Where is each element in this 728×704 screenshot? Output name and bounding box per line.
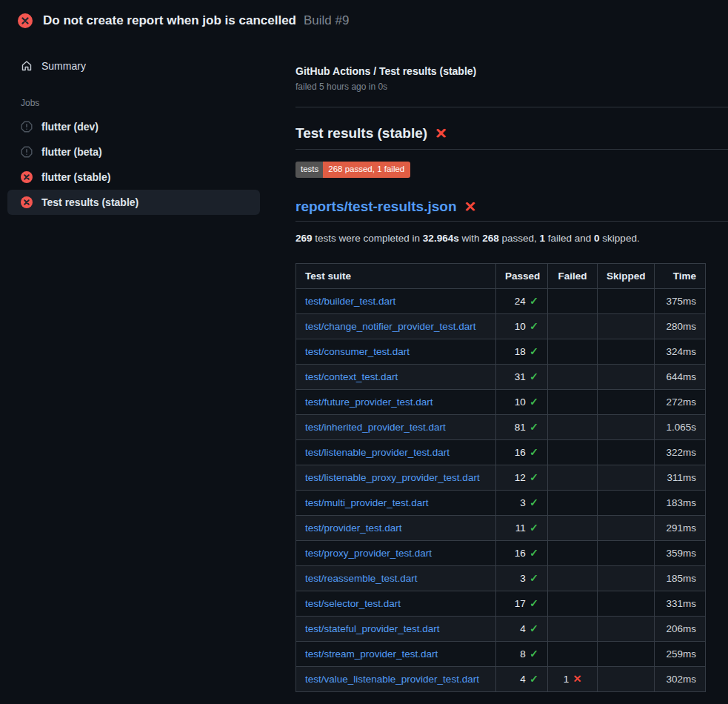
cell-passed: 31✓ (496, 364, 548, 389)
cell-skipped (598, 540, 655, 565)
cell-passed: 24✓ (496, 288, 548, 313)
cell-failed (548, 439, 598, 465)
cell-failed (548, 641, 598, 666)
table-row: test/listenable_proxy_provider_test.dart… (296, 465, 706, 490)
cell-skipped (598, 515, 655, 540)
test-suite-link[interactable]: test/stream_provider_test.dart (305, 648, 438, 660)
test-suite-link[interactable]: test/provider_test.dart (305, 522, 402, 534)
test-suite-link[interactable]: test/inherited_provider_test.dart (305, 422, 446, 433)
cell-test-suite: test/reassemble_test.dart (296, 565, 496, 591)
table-row: test/provider_test.dart11✓291ms (296, 515, 706, 540)
table-row: test/future_provider_test.dart10✓272ms (296, 389, 706, 414)
cell-time: 375ms (655, 288, 706, 313)
count-value: 12 (515, 472, 526, 483)
cell-failed (548, 465, 598, 490)
column-header-failed: Failed (548, 263, 598, 288)
cell-passed: 12✓ (496, 465, 548, 490)
cell-failed (548, 515, 598, 540)
check-icon: ✓ (530, 547, 538, 559)
job-label: flutter (beta) (41, 146, 102, 158)
test-suite-link[interactable]: test/listenable_proxy_provider_test.dart (305, 472, 480, 483)
cell-failed (548, 616, 598, 641)
test-suite-link[interactable]: test/future_provider_test.dart (305, 396, 433, 408)
cell-time: 1.065s (655, 414, 706, 439)
tests-badge: tests 268 passed, 1 failed (295, 162, 410, 178)
sidebar-job-item-2[interactable]: flutter (stable) (7, 165, 260, 190)
cell-passed: 16✓ (496, 540, 548, 565)
cell-time: 359ms (655, 540, 706, 565)
test-suite-link[interactable]: test/listenable_provider_test.dart (305, 447, 450, 458)
sidebar-job-item-3[interactable]: Test results (stable) (7, 190, 260, 215)
report-failed-x-icon: ✕ (464, 199, 477, 214)
test-suite-link[interactable]: test/context_test.dart (305, 371, 398, 382)
cell-failed (548, 490, 598, 515)
build-title: Do not create report when job is cancell… (43, 13, 296, 28)
sidebar-job-item-1[interactable]: flutter (beta) (7, 139, 260, 165)
cell-passed: 10✓ (496, 389, 548, 414)
cell-skipped (598, 490, 655, 515)
test-suite-link[interactable]: test/multi_provider_test.dart (305, 497, 429, 508)
test-suite-link[interactable]: test/proxy_provider_test.dart (305, 548, 432, 559)
table-row: test/builder_test.dart24✓375ms (296, 288, 706, 313)
sidebar-item-summary[interactable]: Summary (7, 53, 260, 79)
test-summary-line: 269 tests were completed in 32.964s with… (295, 232, 728, 245)
job-failed-icon (21, 171, 33, 183)
column-header-skipped: Skipped (598, 263, 655, 288)
report-file-link[interactable]: reports/test-results.json (295, 199, 457, 215)
table-header-row: Test suite Passed Failed Skipped Time (296, 263, 706, 288)
cell-time: 311ms (655, 465, 706, 490)
build-failed-icon (18, 13, 33, 28)
table-row: test/inherited_provider_test.dart81✓1.06… (296, 414, 706, 439)
summary-segment: 268 (482, 233, 499, 244)
test-suite-link[interactable]: test/change_notifier_provider_test.dart (305, 321, 475, 332)
cell-time: 644ms (655, 364, 706, 389)
cell-time: 302ms (655, 666, 706, 691)
home-icon (21, 60, 33, 72)
count-value: 16 (515, 548, 526, 559)
summary-segment: 0 (594, 233, 600, 244)
table-row: test/consumer_test.dart18✓324ms (296, 339, 706, 364)
cell-failed (548, 288, 598, 313)
section-title-text: Test results (stable) (295, 125, 427, 142)
failed-x-icon: ✕ (435, 126, 447, 141)
summary-segment: skipped. (600, 233, 640, 244)
test-results-table: Test suite Passed Failed Skipped Time te… (295, 263, 706, 692)
cell-test-suite: test/change_notifier_provider_test.dart (296, 313, 496, 339)
cell-skipped (598, 414, 655, 439)
check-icon: ✓ (530, 597, 538, 609)
test-suite-link[interactable]: test/builder_test.dart (305, 296, 395, 307)
cell-skipped (598, 641, 655, 666)
count-value: 11 (515, 522, 526, 534)
test-suite-link[interactable]: test/value_listenable_provider_test.dart (305, 674, 479, 685)
sidebar-job-item-0[interactable]: flutter (dev) (7, 114, 260, 139)
cell-passed: 16✓ (496, 439, 548, 465)
table-row: test/selector_test.dart17✓331ms (296, 591, 706, 616)
cell-skipped (598, 666, 655, 691)
cell-failed (548, 389, 598, 414)
column-header-test-suite: Test suite (296, 263, 496, 288)
cell-test-suite: test/value_listenable_provider_test.dart (296, 666, 496, 691)
count-value: 16 (515, 447, 526, 458)
test-suite-link[interactable]: test/stateful_provider_test.dart (305, 623, 440, 634)
cell-passed: 18✓ (496, 339, 548, 364)
test-suite-link[interactable]: test/selector_test.dart (305, 598, 401, 609)
count-value: 1 (564, 674, 570, 685)
header-divider (295, 107, 728, 107)
cell-skipped (598, 389, 655, 414)
cell-test-suite: test/consumer_test.dart (296, 339, 496, 364)
table-row: test/change_notifier_provider_test.dart1… (296, 313, 706, 339)
column-header-time: Time (655, 263, 706, 288)
count-value: 4 (520, 674, 526, 685)
check-icon: ✓ (530, 622, 538, 634)
table-row: test/reassemble_test.dart3✓185ms (296, 565, 706, 591)
cell-test-suite: test/context_test.dart (296, 364, 496, 389)
cell-failed (548, 565, 598, 591)
table-row: test/listenable_provider_test.dart16✓322… (296, 439, 706, 465)
count-value: 3 (520, 497, 526, 508)
build-number: Build #9 (304, 13, 349, 28)
test-suite-link[interactable]: test/consumer_test.dart (305, 346, 410, 357)
cell-test-suite: test/listenable_proxy_provider_test.dart (296, 465, 496, 490)
cross-icon: ✕ (572, 673, 581, 685)
test-suite-link[interactable]: test/reassemble_test.dart (305, 573, 418, 584)
cell-time: 322ms (655, 439, 706, 465)
